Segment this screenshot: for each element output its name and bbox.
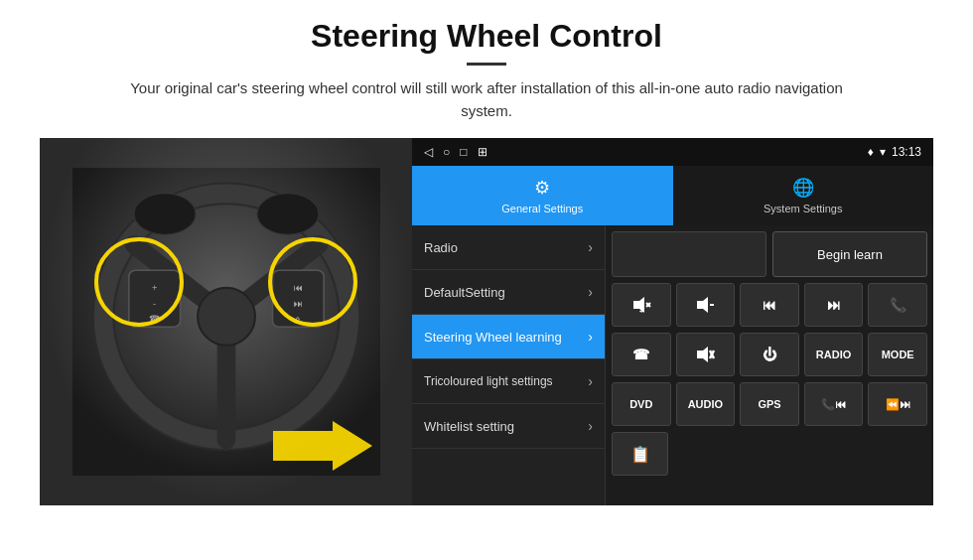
vol-up-button[interactable]: +: [612, 283, 671, 327]
page-subtitle: Your original car's steering wheel contr…: [129, 77, 844, 122]
left-menu: Radio › DefaultSetting › Steering Wheel …: [412, 225, 606, 505]
location-icon: ♦: [868, 145, 874, 159]
nav-square-icon[interactable]: □: [460, 145, 467, 159]
chevron-icon: ›: [588, 329, 593, 345]
mute-button[interactable]: [676, 333, 736, 376]
page-title: Steering Wheel Control: [311, 18, 662, 55]
nav-buttons: ◁ ○ □ ⊞: [424, 145, 487, 159]
svg-text:+: +: [638, 307, 643, 316]
nav-grid-icon[interactable]: ⊞: [478, 145, 487, 159]
status-time: 13:13: [892, 145, 921, 159]
content-area: + - ☎ ⏮ ⏭ ⋄: [40, 138, 933, 505]
direction-arrow: [273, 416, 372, 476]
chevron-icon: ›: [588, 418, 593, 434]
svg-marker-22: [697, 297, 708, 313]
svg-point-16: [257, 194, 319, 234]
dvd-button[interactable]: DVD: [612, 382, 671, 426]
chevron-icon: ›: [588, 239, 593, 255]
nav-circle-icon[interactable]: ○: [443, 145, 450, 159]
highlight-left: [94, 237, 184, 327]
status-bar: ◁ ○ □ ⊞ ♦ ▾ 13:13: [412, 138, 933, 166]
menu-item-radio[interactable]: Radio ›: [412, 225, 605, 270]
chevron-icon: ›: [588, 373, 593, 389]
svg-marker-24: [697, 347, 708, 362]
menu-tricoloured-label: Tricoloured light settings: [424, 374, 553, 388]
control-row-bottom: 📋: [612, 432, 927, 476]
tab-system-label: System Settings: [764, 203, 842, 214]
title-divider: [467, 63, 506, 66]
tab-general-settings[interactable]: ⚙ General Settings: [412, 166, 673, 225]
menu-item-whitelist[interactable]: Whitelist setting ›: [412, 404, 605, 449]
right-controls-panel: Begin learn + ⏮ ⏭ 📞: [606, 225, 933, 505]
answer-call-button[interactable]: ☎: [612, 333, 671, 376]
control-row-2: ☎ ⏻ RADIO MODE: [612, 333, 927, 376]
empty-control-box: [612, 231, 766, 277]
nav-back-icon[interactable]: ◁: [424, 145, 433, 159]
main-content: Radio › DefaultSetting › Steering Wheel …: [412, 225, 933, 505]
gear-icon: ⚙: [534, 177, 550, 199]
tab-general-label: General Settings: [501, 203, 583, 214]
rew-fwd-button[interactable]: ⏪⏭: [868, 382, 927, 426]
vol-down-button[interactable]: [676, 283, 736, 327]
menu-radio-label: Radio: [424, 240, 458, 255]
menu-item-tricoloured[interactable]: Tricoloured light settings ›: [412, 359, 605, 404]
tab-system-settings[interactable]: 🌐 System Settings: [673, 166, 934, 225]
control-row-1: + ⏮ ⏭ 📞: [612, 283, 927, 327]
svg-point-6: [198, 288, 255, 346]
audio-button[interactable]: AUDIO: [676, 382, 736, 426]
mode-button[interactable]: MODE: [868, 333, 927, 376]
gps-button[interactable]: GPS: [740, 382, 799, 426]
wifi-icon: ▾: [880, 145, 886, 159]
menu-item-default-setting[interactable]: DefaultSetting ›: [412, 270, 605, 315]
phone-button[interactable]: 📞: [868, 283, 927, 327]
svg-marker-17: [273, 421, 372, 471]
list-icon-button[interactable]: 📋: [612, 432, 668, 476]
menu-item-steering-wheel[interactable]: Steering Wheel learning ›: [412, 315, 605, 359]
svg-point-15: [134, 194, 196, 234]
tab-bar: ⚙ General Settings 🌐 System Settings: [412, 166, 933, 225]
menu-whitelist-label: Whitelist setting: [424, 419, 514, 434]
radio-button[interactable]: RADIO: [804, 333, 864, 376]
system-icon: 🌐: [792, 177, 814, 199]
next-track-button[interactable]: ⏭: [804, 283, 864, 327]
control-row-3: DVD AUDIO GPS 📞⏮ ⏪⏭: [612, 382, 927, 426]
status-indicators: ♦ ▾ 13:13: [868, 145, 921, 159]
power-button[interactable]: ⏻: [740, 333, 799, 376]
phone-prev-button[interactable]: 📞⏮: [804, 382, 864, 426]
android-panel: ◁ ○ □ ⊞ ♦ ▾ 13:13 ⚙ General Settings: [412, 138, 933, 505]
chevron-icon: ›: [588, 284, 593, 300]
menu-default-label: DefaultSetting: [424, 285, 505, 300]
car-image-panel: + - ☎ ⏮ ⏭ ⋄: [40, 138, 412, 505]
highlight-right: [268, 237, 357, 327]
menu-steering-label: Steering Wheel learning: [424, 330, 562, 345]
begin-learn-button[interactable]: Begin learn: [772, 231, 927, 277]
prev-track-button[interactable]: ⏮: [740, 283, 799, 327]
top-controls-row: Begin learn: [612, 231, 927, 277]
